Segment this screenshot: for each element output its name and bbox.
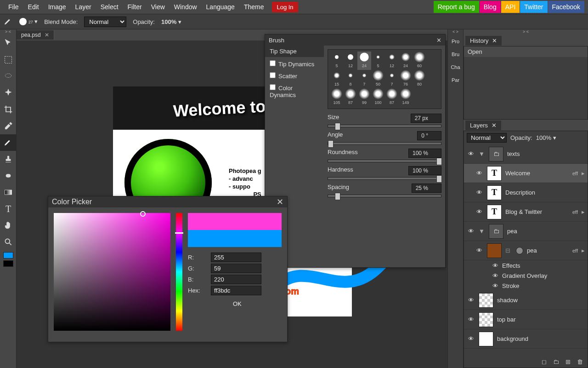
collapsed-tab[interactable]: Par xyxy=(448,74,463,86)
layer-row[interactable]: 👁TWelcomeeff▸ xyxy=(464,164,588,183)
foreground-color[interactable] xyxy=(3,252,13,259)
layer-effect[interactable]: 👁Stroke xyxy=(464,281,588,291)
brush-tip[interactable]: 12 xyxy=(385,52,399,70)
brush-tip[interactable]: 5 xyxy=(371,52,385,70)
crop-tool[interactable] xyxy=(0,101,17,118)
brush-tip[interactable]: 99 xyxy=(357,88,371,107)
link-twitter[interactable]: Twitter xyxy=(520,1,547,13)
layer-row[interactable]: 👁⊟peaeff▸ xyxy=(464,241,588,260)
layer-effect[interactable]: 👁Gradient Overlay xyxy=(464,270,588,281)
brush-tip[interactable]: 24 xyxy=(399,52,413,70)
visibility-icon[interactable]: 👁 xyxy=(467,335,475,342)
hard-value[interactable]: 100 % xyxy=(408,166,441,175)
layer-row[interactable]: 👁top bar xyxy=(464,310,588,329)
document-tab[interactable]: pea.psd✕ xyxy=(17,30,54,40)
layer-row[interactable]: 👁TBlog & Twittereff▸ xyxy=(464,202,588,222)
zoom-tool[interactable] xyxy=(0,234,17,250)
menu-edit[interactable]: Edit xyxy=(23,1,44,13)
b-input[interactable]: 220 xyxy=(211,275,261,284)
hue-slider[interactable] xyxy=(176,213,182,331)
menu-filter[interactable]: Filter xyxy=(123,1,147,13)
r-input[interactable]: 255 xyxy=(211,253,261,262)
brush-tip[interactable]: 7 xyxy=(385,70,399,88)
hex-input[interactable]: ff3bdc xyxy=(211,286,261,295)
brush-tip-shape-tab[interactable]: Tip Shape xyxy=(265,46,324,57)
menu-select[interactable]: Select xyxy=(96,1,123,13)
brush-tip[interactable]: 87 xyxy=(344,88,357,107)
brush-tip[interactable]: 15 xyxy=(330,70,344,88)
visibility-icon[interactable]: 👁 xyxy=(467,316,475,323)
size-value[interactable]: 27 px xyxy=(411,114,441,123)
brush-tip-grid[interactable]: 51224512246015875077680105879910087149 xyxy=(328,49,441,109)
layer-blend-select[interactable]: Normal xyxy=(467,133,507,143)
layer-row[interactable]: 👁TDescription xyxy=(464,183,588,202)
visibility-icon[interactable]: 👁 xyxy=(475,170,483,177)
collapse-icon[interactable]: > < xyxy=(464,29,588,35)
brush-tip[interactable]: 100 xyxy=(371,88,385,107)
menu-file[interactable]: File xyxy=(4,1,23,13)
g-input[interactable]: 59 xyxy=(211,264,261,273)
ok-button[interactable]: OK xyxy=(226,299,282,309)
brush-tip[interactable]: 80 xyxy=(413,70,426,88)
history-item[interactable]: Open xyxy=(464,46,588,57)
new-mask-icon[interactable]: ◻ xyxy=(542,358,547,365)
layer-row[interactable]: 👁▼🗀pea xyxy=(464,222,588,241)
delete-layer-icon[interactable]: 🗑 xyxy=(577,358,583,365)
size-slider[interactable] xyxy=(328,125,441,127)
brush-tip[interactable]: 60 xyxy=(413,52,426,70)
layer-row[interactable]: 👁shadow xyxy=(464,291,588,310)
menu-window[interactable]: Window xyxy=(170,1,202,13)
round-value[interactable]: 100 % xyxy=(408,149,441,158)
stamp-tool[interactable] xyxy=(0,151,17,167)
menu-language[interactable]: Language xyxy=(202,1,239,13)
move-tool[interactable] xyxy=(0,35,17,52)
brush-tip[interactable]: 24 xyxy=(357,52,371,70)
collapsed-tab[interactable]: Cha xyxy=(448,61,463,74)
angle-slider[interactable] xyxy=(328,142,441,145)
link-blog[interactable]: Blog xyxy=(480,1,501,13)
hard-slider[interactable] xyxy=(328,177,441,180)
menu-view[interactable]: View xyxy=(147,1,170,13)
close-tab-icon[interactable]: ✕ xyxy=(45,32,49,38)
brush-tip[interactable]: 7 xyxy=(357,70,371,88)
brush-tool[interactable] xyxy=(0,134,17,151)
visibility-icon[interactable]: 👁 xyxy=(467,150,475,157)
brush-tip[interactable]: 8 xyxy=(344,70,357,88)
brush-tip[interactable]: 12 xyxy=(344,52,357,70)
link-report-bug[interactable]: Report a bug xyxy=(434,1,479,13)
layer-opacity[interactable]: 100% ▾ xyxy=(536,134,556,141)
visibility-icon[interactable]: 👁 xyxy=(467,228,475,235)
visibility-icon[interactable]: 👁 xyxy=(475,247,483,254)
spacing-value[interactable]: 25 % xyxy=(412,184,441,193)
new-color[interactable] xyxy=(188,213,282,230)
brush-color-dynamics[interactable]: Color Dynamics xyxy=(270,82,319,101)
brush-tip-dynamics[interactable]: Tip Dynamics xyxy=(270,58,319,70)
history-tab[interactable]: History✕ xyxy=(465,36,502,46)
brush-panel-header[interactable]: Brush✕ xyxy=(265,34,445,46)
menu-layer[interactable]: Layer xyxy=(71,1,96,13)
background-color[interactable] xyxy=(3,260,13,267)
new-folder-icon[interactable]: 🗀 xyxy=(553,358,559,365)
layer-row[interactable]: 👁▼🗀texts xyxy=(464,144,588,164)
close-icon[interactable]: ✕ xyxy=(492,37,497,44)
menu-image[interactable]: Image xyxy=(44,1,71,13)
brush-tip[interactable]: 87 xyxy=(385,88,399,107)
lasso-tool[interactable] xyxy=(0,68,17,85)
menu-theme[interactable]: Theme xyxy=(239,1,269,13)
link-facebook[interactable]: Facebook xyxy=(548,1,584,13)
collapsed-tab[interactable]: Pro xyxy=(448,35,463,48)
login-button[interactable]: Log In xyxy=(272,2,298,12)
toolbar-collapse[interactable]: > < xyxy=(0,29,16,35)
round-slider[interactable] xyxy=(328,160,441,162)
visibility-icon[interactable]: 👁 xyxy=(475,189,483,196)
marquee-tool[interactable] xyxy=(0,52,17,68)
visibility-icon[interactable]: 👁 xyxy=(467,297,475,304)
new-layer-icon[interactable]: ⊞ xyxy=(565,358,571,365)
link-api[interactable]: API xyxy=(501,1,520,13)
brush-tip[interactable]: 76 xyxy=(399,70,413,88)
layer-row[interactable]: 👁background xyxy=(464,329,588,349)
brush-scatter[interactable]: Scatter xyxy=(270,70,319,82)
close-icon[interactable]: ✕ xyxy=(277,197,283,207)
close-icon[interactable]: ✕ xyxy=(492,122,497,129)
visibility-icon[interactable]: 👁 xyxy=(475,208,483,215)
